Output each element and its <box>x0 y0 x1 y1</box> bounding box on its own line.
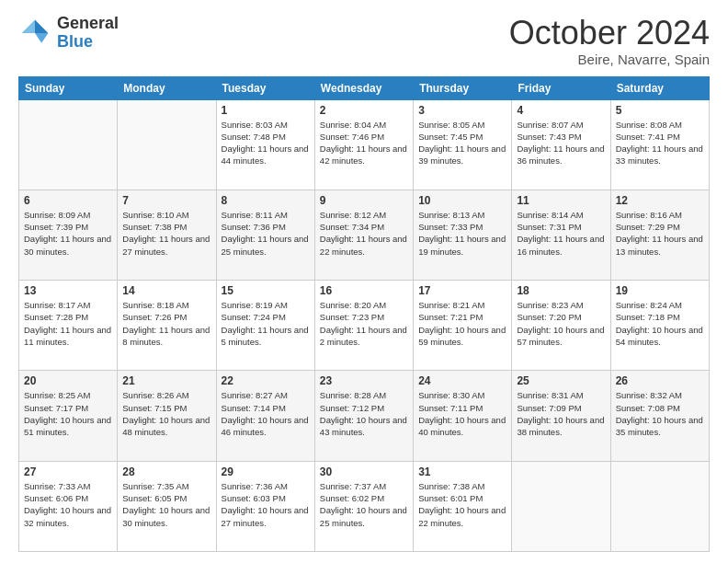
svg-marker-2 <box>22 19 35 32</box>
date-number: 2 <box>320 104 408 117</box>
sunset-text: Sunset: 7:38 PM <box>122 222 187 232</box>
date-number: 13 <box>24 284 112 297</box>
cell-info: Sunrise: 8:24 AM Sunset: 7:18 PM Dayligh… <box>616 299 704 348</box>
sunset-text: Sunset: 6:05 PM <box>122 493 187 503</box>
date-number: 26 <box>616 374 704 387</box>
sunset-text: Sunset: 7:36 PM <box>222 222 286 232</box>
date-number: 5 <box>616 104 704 117</box>
date-number: 7 <box>122 194 210 207</box>
cell-week4-day1: 20 Sunrise: 8:25 AM Sunset: 7:17 PM Dayl… <box>19 371 118 461</box>
sunrise-text: Sunrise: 8:14 AM <box>517 210 583 220</box>
sunset-text: Sunset: 7:15 PM <box>122 403 187 413</box>
sunset-text: Sunset: 7:18 PM <box>616 312 680 322</box>
title-block: October 2024 Beire, Navarre, Spain <box>509 15 710 67</box>
sunset-text: Sunset: 6:03 PM <box>222 493 286 503</box>
cell-info: Sunrise: 8:04 AM Sunset: 7:46 PM Dayligh… <box>320 119 408 167</box>
cell-week2-day7: 12 Sunrise: 8:16 AM Sunset: 7:29 PM Dayl… <box>610 190 709 280</box>
date-number: 8 <box>222 194 310 207</box>
date-number: 17 <box>418 284 506 297</box>
daylight-text: Daylight: 11 hours and 8 minutes. <box>122 325 210 347</box>
cell-info: Sunrise: 8:30 AM Sunset: 7:11 PM Dayligh… <box>418 389 506 438</box>
daylight-text: Daylight: 11 hours and 39 minutes. <box>418 144 506 166</box>
page: General Blue October 2024 Beire, Navarre… <box>0 0 728 563</box>
sunrise-text: Sunrise: 8:11 AM <box>222 210 288 220</box>
cell-week3-day5: 17 Sunrise: 8:21 AM Sunset: 7:21 PM Dayl… <box>414 281 512 371</box>
header-monday: Monday <box>118 76 216 99</box>
sunset-text: Sunset: 7:33 PM <box>418 222 483 232</box>
sunrise-text: Sunrise: 8:30 AM <box>418 390 484 400</box>
sunset-text: Sunset: 7:39 PM <box>24 222 88 232</box>
cell-week1-day4: 2 Sunrise: 8:04 AM Sunset: 7:46 PM Dayli… <box>314 99 413 190</box>
daylight-text: Daylight: 11 hours and 2 minutes. <box>320 325 407 347</box>
cell-info: Sunrise: 7:36 AM Sunset: 6:03 PM Dayligh… <box>222 480 310 529</box>
daylight-text: Daylight: 10 hours and 32 minutes. <box>24 505 111 527</box>
cell-week3-day1: 13 Sunrise: 8:17 AM Sunset: 7:28 PM Dayl… <box>19 281 118 371</box>
daylight-text: Daylight: 10 hours and 30 minutes. <box>122 505 210 527</box>
daylight-text: Daylight: 11 hours and 42 minutes. <box>320 144 407 166</box>
daylight-text: Daylight: 11 hours and 36 minutes. <box>517 144 604 166</box>
cell-info: Sunrise: 7:37 AM Sunset: 6:02 PM Dayligh… <box>320 480 408 529</box>
week-row-2: 6 Sunrise: 8:09 AM Sunset: 7:39 PM Dayli… <box>19 190 710 280</box>
header-wednesday: Wednesday <box>314 76 413 99</box>
cell-week2-day5: 10 Sunrise: 8:13 AM Sunset: 7:33 PM Dayl… <box>414 190 512 280</box>
cell-week2-day6: 11 Sunrise: 8:14 AM Sunset: 7:31 PM Dayl… <box>512 190 610 280</box>
sunrise-text: Sunrise: 8:08 AM <box>616 120 682 130</box>
sunset-text: Sunset: 7:12 PM <box>320 403 384 413</box>
cell-info: Sunrise: 7:33 AM Sunset: 6:06 PM Dayligh… <box>24 480 112 529</box>
location: Beire, Navarre, Spain <box>509 52 710 67</box>
sunset-text: Sunset: 6:01 PM <box>418 493 483 503</box>
cell-week5-day5: 31 Sunrise: 7:38 AM Sunset: 6:01 PM Dayl… <box>414 461 512 551</box>
cell-week2-day2: 7 Sunrise: 8:10 AM Sunset: 7:38 PM Dayli… <box>118 190 216 280</box>
cell-info: Sunrise: 8:10 AM Sunset: 7:38 PM Dayligh… <box>122 209 210 258</box>
date-number: 1 <box>222 104 310 117</box>
date-number: 19 <box>616 284 704 297</box>
sunrise-text: Sunrise: 8:10 AM <box>122 210 188 220</box>
cell-week5-day1: 27 Sunrise: 7:33 AM Sunset: 6:06 PM Dayl… <box>19 461 118 551</box>
cell-info: Sunrise: 8:20 AM Sunset: 7:23 PM Dayligh… <box>320 299 408 348</box>
cell-week1-day7: 5 Sunrise: 8:08 AM Sunset: 7:41 PM Dayli… <box>610 99 709 190</box>
sunset-text: Sunset: 7:26 PM <box>122 312 187 322</box>
sunset-text: Sunset: 7:41 PM <box>616 132 680 142</box>
daylight-text: Daylight: 10 hours and 25 minutes. <box>320 505 407 527</box>
header-sunday: Sunday <box>19 76 118 99</box>
cell-info: Sunrise: 8:21 AM Sunset: 7:21 PM Dayligh… <box>418 299 506 348</box>
date-number: 9 <box>320 194 408 207</box>
date-number: 11 <box>517 194 605 207</box>
svg-marker-0 <box>35 19 48 32</box>
cell-week4-day3: 22 Sunrise: 8:27 AM Sunset: 7:14 PM Dayl… <box>216 371 314 461</box>
cell-info: Sunrise: 8:17 AM Sunset: 7:28 PM Dayligh… <box>24 299 112 348</box>
cell-week1-day2 <box>118 99 216 190</box>
svg-marker-1 <box>35 33 48 43</box>
date-number: 28 <box>122 465 210 478</box>
header-tuesday: Tuesday <box>216 76 314 99</box>
sunrise-text: Sunrise: 8:25 AM <box>24 390 90 400</box>
cell-info: Sunrise: 8:14 AM Sunset: 7:31 PM Dayligh… <box>517 209 605 258</box>
sunset-text: Sunset: 7:21 PM <box>418 312 483 322</box>
header-saturday: Saturday <box>610 76 709 99</box>
sunrise-text: Sunrise: 8:23 AM <box>517 300 583 310</box>
daylight-text: Daylight: 10 hours and 43 minutes. <box>320 415 407 437</box>
cell-week3-day7: 19 Sunrise: 8:24 AM Sunset: 7:18 PM Dayl… <box>610 281 709 371</box>
sunset-text: Sunset: 7:31 PM <box>517 222 581 232</box>
sunset-text: Sunset: 7:11 PM <box>418 403 483 413</box>
cell-week1-day6: 4 Sunrise: 8:07 AM Sunset: 7:43 PM Dayli… <box>512 99 610 190</box>
sunset-text: Sunset: 7:48 PM <box>222 132 286 142</box>
date-number: 29 <box>222 465 310 478</box>
weekday-header-row: Sunday Monday Tuesday Wednesday Thursday… <box>19 76 710 99</box>
date-number: 10 <box>418 194 506 207</box>
sunset-text: Sunset: 7:08 PM <box>616 403 680 413</box>
date-number: 31 <box>418 465 506 478</box>
date-number: 12 <box>616 194 704 207</box>
daylight-text: Daylight: 10 hours and 57 minutes. <box>517 325 604 347</box>
daylight-text: Daylight: 11 hours and 44 minutes. <box>222 144 309 166</box>
cell-week2-day1: 6 Sunrise: 8:09 AM Sunset: 7:39 PM Dayli… <box>19 190 118 280</box>
sunset-text: Sunset: 7:17 PM <box>24 403 88 413</box>
cell-week3-day4: 16 Sunrise: 8:20 AM Sunset: 7:23 PM Dayl… <box>314 281 413 371</box>
daylight-text: Daylight: 10 hours and 54 minutes. <box>616 325 703 347</box>
sunrise-text: Sunrise: 8:09 AM <box>24 210 90 220</box>
logo-general-text: General <box>57 15 119 33</box>
date-number: 25 <box>517 374 605 387</box>
cell-info: Sunrise: 7:35 AM Sunset: 6:05 PM Dayligh… <box>122 480 210 529</box>
sunset-text: Sunset: 7:24 PM <box>222 312 286 322</box>
date-number: 15 <box>222 284 310 297</box>
